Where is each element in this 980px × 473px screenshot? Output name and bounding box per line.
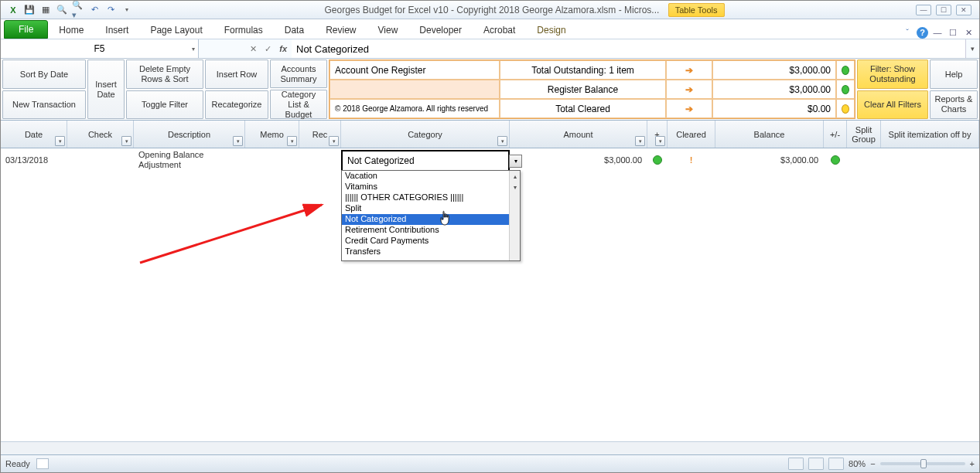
filter-icon[interactable]: ▾ <box>233 136 243 146</box>
col-category[interactable]: Category▾ <box>341 121 510 148</box>
recategorize-button[interactable]: Recategorize <box>205 90 268 120</box>
tab-developer[interactable]: Developer <box>408 22 473 39</box>
tab-design[interactable]: Design <box>526 22 576 39</box>
zoom-level[interactable]: 80% <box>849 459 866 468</box>
cell-split-group[interactable] <box>847 148 881 172</box>
workbook-close-icon[interactable]: ✕ <box>962 26 975 39</box>
tab-insert[interactable]: Insert <box>94 22 139 39</box>
col-split-off[interactable]: Split itemization off by <box>881 121 979 148</box>
filter-icon[interactable]: ▾ <box>655 136 665 146</box>
category-list-button[interactable]: Category List & Budget <box>270 90 327 119</box>
tab-view[interactable]: View <box>367 22 409 39</box>
filter-icon[interactable]: ▾ <box>121 136 131 146</box>
workbook-maximize-icon[interactable]: ☐ <box>947 26 959 39</box>
col-memo[interactable]: Memo▾ <box>245 121 299 148</box>
table-tools-tab[interactable]: Table Tools <box>668 3 725 17</box>
dropdown-item[interactable]: Credit Card Payments <box>342 236 520 247</box>
tab-acrobat[interactable]: Acrobat <box>473 22 526 39</box>
col-description[interactable]: Description▾ <box>134 121 245 148</box>
col-plus-minus[interactable]: +/- <box>824 121 847 148</box>
name-box-dropdown-icon[interactable]: ▾ <box>192 46 195 53</box>
col-balance[interactable]: Balance <box>715 121 824 148</box>
accept-formula-icon[interactable]: ✓ <box>265 44 271 54</box>
redo-icon[interactable]: ↷ <box>104 4 117 16</box>
workbook-minimize-icon[interactable]: — <box>931 26 944 39</box>
page-break-view-icon[interactable] <box>828 458 844 470</box>
minimize-ribbon-icon[interactable]: ˇ <box>901 26 913 39</box>
tab-data[interactable]: Data <box>274 22 315 39</box>
macro-record-icon[interactable] <box>36 458 49 469</box>
new-transaction-button[interactable]: New Transaction <box>2 90 86 120</box>
sort-by-date-button[interactable]: Sort By Date <box>2 60 86 89</box>
horizontal-scrollbar[interactable] <box>1 441 979 454</box>
col-amount[interactable]: Amount▾ <box>510 121 647 148</box>
col-rec[interactable]: Rec▾ <box>299 121 341 148</box>
page-layout-view-icon[interactable] <box>808 458 824 470</box>
dropdown-item[interactable]: Vacation <box>342 171 520 182</box>
cell-memo[interactable] <box>245 148 299 172</box>
formula-input[interactable] <box>292 39 965 58</box>
col-date[interactable]: Date▾ <box>1 121 67 148</box>
dropdown-item[interactable]: Not Categorized <box>342 214 520 225</box>
dropdown-item[interactable]: Transfers <box>342 247 520 257</box>
reports-charts-button[interactable]: Reports & Charts <box>930 90 978 120</box>
filter-icon[interactable]: ▾ <box>55 136 65 146</box>
insert-row-button[interactable]: Insert Row <box>205 60 268 89</box>
save-icon[interactable]: 💾 <box>23 4 36 16</box>
filter-icon[interactable]: ▾ <box>635 136 645 146</box>
dropdown-item[interactable]: Split <box>342 203 520 214</box>
formula-expand-icon[interactable]: ▾ <box>965 39 979 58</box>
category-cell-editor[interactable]: Not Categorized ▾ <box>341 150 510 172</box>
scroll-down-icon[interactable]: ▾ <box>510 182 520 192</box>
zoom-out-icon[interactable]: − <box>870 459 875 468</box>
dropdown-item[interactable]: |||||| OTHER CATEGORIES |||||| <box>342 192 520 203</box>
scroll-up-icon[interactable]: ▴ <box>510 171 520 182</box>
filter-icon[interactable]: ▾ <box>287 136 297 146</box>
cancel-formula-icon[interactable]: ✕ <box>250 44 257 54</box>
fx-icon[interactable]: fx <box>279 44 287 53</box>
delete-empty-rows-button[interactable]: Delete Empty Rows & Sort <box>126 60 203 89</box>
zoom-slider[interactable] <box>880 462 965 465</box>
tab-home[interactable]: Home <box>48 22 94 39</box>
insert-date-button[interactable]: Insert Date <box>87 60 125 119</box>
tab-page-layout[interactable]: Page Layout <box>139 22 213 39</box>
dropdown-scrollbar[interactable]: ▴ ▾ <box>509 171 520 260</box>
tab-formulas[interactable]: Formulas <box>213 22 274 39</box>
dropdown-item[interactable]: Retirement Contributions <box>342 225 520 236</box>
col-plus[interactable]: +▾ <box>647 121 668 148</box>
category-input[interactable]: Not Categorized <box>343 151 508 170</box>
normal-view-icon[interactable] <box>788 458 804 470</box>
cell-check[interactable] <box>67 148 134 172</box>
maximize-icon[interactable]: ☐ <box>936 5 951 15</box>
find-dropdown-icon[interactable]: 🔍▾ <box>72 4 84 16</box>
dropdown-button-icon[interactable]: ▾ <box>509 155 522 168</box>
tab-file[interactable]: File <box>4 20 48 39</box>
filter-icon[interactable]: ▾ <box>329 136 339 146</box>
minimize-icon[interactable]: — <box>916 5 931 15</box>
accounts-summary-button[interactable]: Accounts Summary <box>270 60 327 88</box>
qat-dropdown-icon[interactable]: ▾ <box>121 4 133 16</box>
cell-amount[interactable]: $3,000.00 <box>510 148 647 172</box>
col-cleared[interactable]: Cleared <box>668 121 715 148</box>
cell-rec[interactable] <box>299 148 341 172</box>
filter-show-outstanding-button[interactable]: Filter: Show Outstanding <box>857 60 928 89</box>
help-icon[interactable]: ? <box>917 27 928 39</box>
dropdown-item[interactable]: Vitamins <box>342 182 520 192</box>
name-box[interactable]: F5 ▾ <box>1 39 199 58</box>
toggle-filter-button[interactable]: Toggle Filter <box>126 90 203 120</box>
category-dropdown-list[interactable]: VacationVitamins|||||| OTHER CATEGORIES … <box>341 170 521 261</box>
undo-icon[interactable]: ↶ <box>88 4 101 16</box>
cell-date[interactable]: 03/13/2018 <box>1 148 67 172</box>
col-check[interactable]: Check▾ <box>67 121 134 148</box>
cell-cleared[interactable]: ! <box>668 148 715 172</box>
find-icon[interactable]: 🔍 <box>56 4 68 16</box>
cell-description[interactable]: Opening Balance Adjustment <box>134 148 245 172</box>
col-split-group[interactable]: Split Group <box>847 121 881 148</box>
close-icon[interactable]: ✕ <box>956 5 971 15</box>
help-button[interactable]: Help <box>930 60 978 89</box>
qat-menu-icon[interactable]: ▦ <box>39 4 52 16</box>
cell-split-off[interactable] <box>881 148 979 172</box>
filter-icon[interactable]: ▾ <box>497 136 507 146</box>
clear-all-filters-button[interactable]: Clear All Filters <box>857 90 928 120</box>
zoom-in-icon[interactable]: + <box>970 459 975 468</box>
